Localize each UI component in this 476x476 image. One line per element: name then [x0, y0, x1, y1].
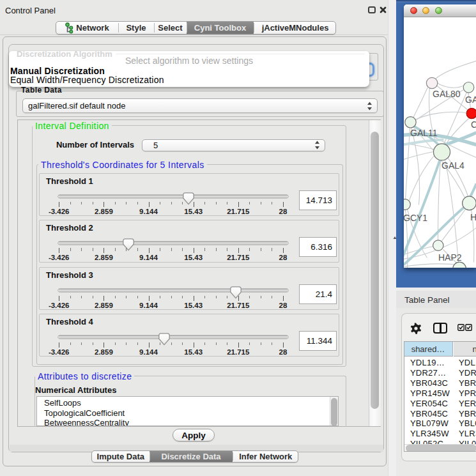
svg-text:GAL80: GAL80	[433, 89, 461, 99]
svg-text:GAL4: GAL4	[441, 160, 464, 170]
svg-text:H: H	[470, 211, 476, 222]
svg-text:C: C	[471, 119, 476, 130]
svg-text:GA: GA	[465, 95, 476, 105]
svg-text:HAP2: HAP2	[438, 252, 462, 262]
svg-text:GCY1: GCY1	[404, 212, 427, 222]
svg-text:GAL11: GAL11	[410, 128, 438, 138]
